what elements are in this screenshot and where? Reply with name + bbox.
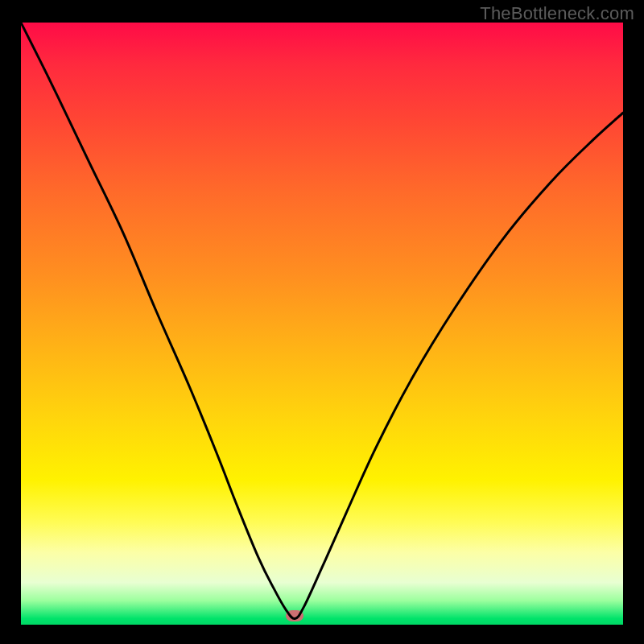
chart-frame: TheBottleneck.com — [0, 0, 644, 644]
watermark-text: TheBottleneck.com — [480, 3, 634, 24]
plot-gradient-background — [21, 23, 623, 625]
minimum-marker — [286, 610, 303, 621]
